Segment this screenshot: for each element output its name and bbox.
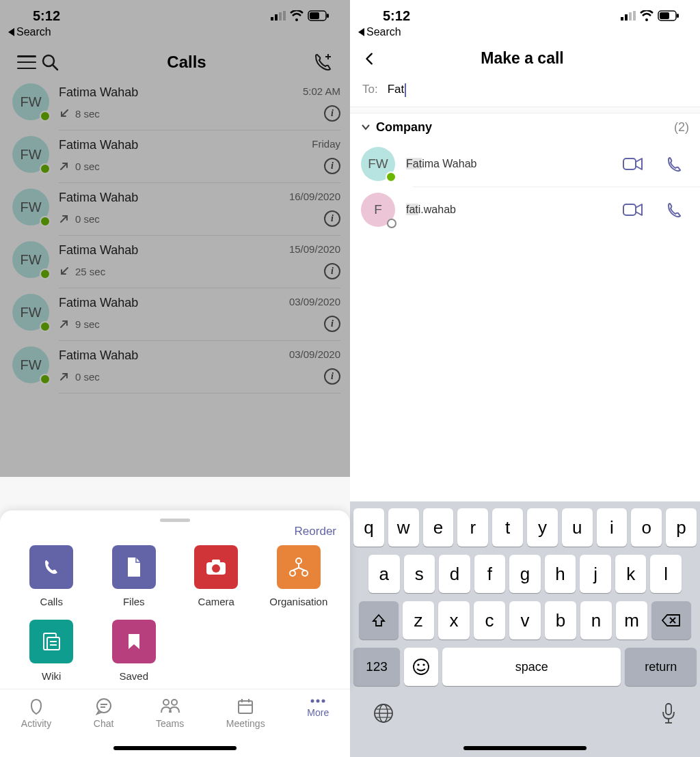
- app-label: Camera: [198, 596, 234, 607]
- key-f[interactable]: f: [474, 555, 506, 593]
- wiki-icon: [29, 620, 73, 663]
- presence-badge: [386, 171, 396, 182]
- info-button[interactable]: i: [324, 368, 340, 385]
- to-input[interactable]: Fat: [388, 83, 406, 97]
- app-tile-wiki[interactable]: Wiki: [14, 620, 90, 682]
- key-z[interactable]: z: [403, 601, 434, 639]
- svg-point-15: [290, 570, 295, 576]
- back-label: Search: [366, 26, 401, 38]
- reorder-button[interactable]: Reorder: [14, 525, 336, 538]
- back-search[interactable]: Search: [350, 25, 700, 44]
- status-time: 5:12: [33, 8, 60, 24]
- tab-activity[interactable]: Activity: [21, 698, 51, 729]
- phone-plus-icon: [313, 52, 334, 72]
- call-list[interactable]: FW Fatima Wahab5:02 AM 8 sec i FW Fatima…: [0, 78, 350, 394]
- call-row[interactable]: FW Fatima WahabFriday 0 sec i: [0, 130, 350, 183]
- presence-badge: [40, 374, 51, 385]
- key-w[interactable]: w: [388, 508, 419, 547]
- svg-rect-40: [623, 159, 636, 169]
- key-o[interactable]: o: [631, 508, 662, 547]
- home-indicator[interactable]: [463, 746, 587, 750]
- video-call-button[interactable]: [618, 149, 648, 179]
- key-d[interactable]: d: [439, 555, 470, 593]
- tab-more[interactable]: More: [307, 698, 329, 718]
- backspace-key[interactable]: [651, 601, 691, 639]
- call-row[interactable]: FW Fatima Wahab16/09/2020 0 sec i: [0, 183, 350, 236]
- key-a[interactable]: a: [368, 555, 400, 593]
- menu-button[interactable]: [15, 51, 38, 74]
- to-label: To:: [362, 83, 378, 96]
- key-v[interactable]: v: [509, 601, 541, 639]
- video-call-button[interactable]: [618, 195, 648, 225]
- tab-icon: [309, 698, 327, 704]
- call-row[interactable]: FW Fatima Wahab5:02 AM 8 sec i: [0, 78, 350, 130]
- key-n[interactable]: n: [580, 601, 612, 639]
- numbers-key[interactable]: 123: [353, 648, 400, 686]
- app-tile-organisation[interactable]: Organisation: [261, 545, 337, 607]
- key-y[interactable]: y: [527, 508, 558, 547]
- call-row[interactable]: FW Fatima Wahab15/09/2020 25 sec i: [0, 236, 350, 288]
- tab-teams[interactable]: Teams: [156, 698, 184, 729]
- app-tile-saved[interactable]: Saved: [96, 620, 172, 682]
- calls-header: Calls: [0, 44, 350, 78]
- more-sheet: Reorder Calls Files Camera Organisation …: [0, 510, 350, 689]
- tab-chat[interactable]: Chat: [94, 698, 114, 729]
- svg-point-16: [302, 570, 308, 576]
- tab-label: Teams: [156, 718, 184, 729]
- audio-call-button[interactable]: [659, 149, 689, 179]
- key-j[interactable]: j: [580, 555, 611, 593]
- shift-key[interactable]: [359, 601, 399, 639]
- key-c[interactable]: c: [474, 601, 505, 639]
- key-m[interactable]: m: [616, 601, 647, 639]
- contact-result[interactable]: F fati.wahab: [350, 187, 700, 232]
- call-duration: 0 sec: [59, 213, 100, 225]
- key-x[interactable]: x: [438, 601, 470, 639]
- app-tile-files[interactable]: Files: [96, 545, 172, 607]
- info-button[interactable]: i: [324, 210, 340, 227]
- call-row[interactable]: FW Fatima Wahab03/09/2020 0 sec i: [0, 341, 350, 394]
- search-button[interactable]: [38, 51, 62, 74]
- back-triangle-icon: [8, 28, 14, 36]
- return-key[interactable]: return: [625, 648, 697, 686]
- audio-call-button[interactable]: [659, 195, 689, 225]
- key-h[interactable]: h: [545, 555, 576, 593]
- emoji-key[interactable]: [404, 648, 438, 686]
- call-row[interactable]: FW Fatima Wahab03/09/2020 9 sec i: [0, 288, 350, 341]
- status-time: 5:12: [383, 8, 410, 24]
- key-e[interactable]: e: [423, 508, 454, 547]
- key-l[interactable]: l: [650, 555, 682, 593]
- info-button[interactable]: i: [324, 316, 340, 332]
- make-call-header: Make a call: [350, 44, 700, 73]
- key-r[interactable]: r: [457, 508, 488, 547]
- contact-result[interactable]: FW Fatima Wahab: [350, 141, 700, 187]
- avatar: FW: [12, 294, 49, 331]
- key-p[interactable]: p: [666, 508, 697, 547]
- tab-meetings[interactable]: Meetings: [226, 698, 265, 729]
- key-g[interactable]: g: [509, 555, 541, 593]
- signal-icon: [271, 11, 286, 20]
- new-call-button[interactable]: [312, 51, 335, 74]
- group-header-company[interactable]: Company (2): [350, 113, 700, 141]
- key-q[interactable]: q: [353, 508, 384, 547]
- key-t[interactable]: t: [492, 508, 523, 547]
- key-k[interactable]: k: [615, 555, 647, 593]
- app-tile-camera[interactable]: Camera: [178, 545, 254, 607]
- space-key[interactable]: space: [442, 648, 621, 686]
- key-i[interactable]: i: [597, 508, 628, 547]
- info-button[interactable]: i: [324, 263, 340, 279]
- chevron-down-icon: [361, 122, 371, 132]
- info-button[interactable]: i: [324, 158, 340, 174]
- sheet-handle[interactable]: [160, 519, 190, 522]
- key-u[interactable]: u: [562, 508, 593, 547]
- home-indicator[interactable]: [113, 746, 237, 750]
- info-button[interactable]: i: [324, 105, 340, 122]
- avatar: F: [361, 193, 395, 227]
- call-name: Fatima Wahab: [59, 348, 138, 363]
- back-search[interactable]: Search: [0, 25, 350, 44]
- globe-key[interactable]: [373, 702, 394, 724]
- mic-key[interactable]: [660, 702, 677, 726]
- key-s[interactable]: s: [404, 555, 435, 593]
- app-tile-calls[interactable]: Calls: [14, 545, 90, 607]
- wifi-icon: [640, 10, 654, 21]
- key-b[interactable]: b: [545, 601, 576, 639]
